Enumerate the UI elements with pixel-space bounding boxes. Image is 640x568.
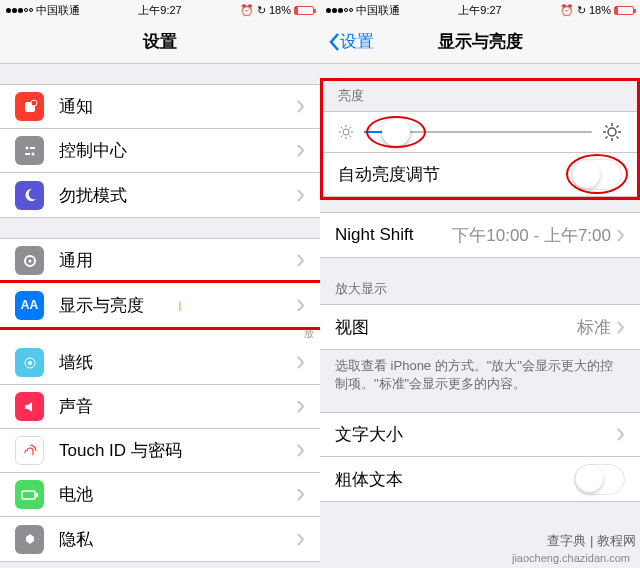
battery-icon	[294, 6, 314, 15]
row-label: 粗体文本	[335, 468, 574, 491]
signal-icon	[326, 8, 353, 13]
display-brightness-screen: 中国联通 上午9:27 ⏰ ↻ 18% 设置 显示与亮度 亮度	[320, 0, 640, 568]
page-title: 显示与亮度	[438, 30, 523, 53]
chevron-right-icon	[297, 189, 305, 202]
row-display-brightness[interactable]: AA 显示与亮度 |	[0, 283, 320, 327]
row-auto-brightness: 自动亮度调节	[323, 152, 637, 196]
svg-rect-3	[30, 147, 35, 149]
navbar: 设置 显示与亮度	[320, 20, 640, 64]
back-button[interactable]: 设置	[328, 30, 374, 53]
chevron-right-icon	[297, 533, 305, 546]
zoom-header: 放大显示	[320, 274, 640, 304]
chevron-right-icon	[297, 144, 305, 157]
privacy-icon	[15, 525, 44, 554]
row-label: 电池	[59, 483, 297, 506]
brightness-slider[interactable]	[364, 131, 592, 133]
chevron-right-icon	[617, 321, 625, 334]
brightness-slider-row	[323, 112, 637, 152]
row-label: 通知	[59, 95, 297, 118]
battery-pct: 18%	[589, 4, 611, 16]
row-label: 视图	[335, 316, 577, 339]
bold-text-switch[interactable]	[574, 464, 625, 495]
settings-screen: 中国联通 上午9:27 ⏰ ↻ 18% 设置 通知 控制中心	[0, 0, 320, 568]
row-label: 声音	[59, 395, 297, 418]
svg-line-20	[350, 127, 352, 129]
row-sounds[interactable]: 声音	[0, 385, 320, 429]
svg-line-29	[617, 126, 619, 128]
chevron-right-icon	[297, 299, 305, 312]
display-icon: AA	[15, 291, 44, 320]
chevron-right-icon	[297, 254, 305, 267]
row-night-shift[interactable]: Night Shift 下午10:00 - 上午7:00	[320, 213, 640, 257]
carrier-label: 中国联通	[356, 3, 400, 18]
row-label: 通用	[59, 249, 297, 272]
notifications-icon	[15, 92, 44, 121]
alarm-icon: ⏰	[560, 4, 574, 17]
svg-point-12	[343, 129, 349, 135]
svg-line-28	[606, 137, 608, 139]
page-title: 设置	[143, 30, 177, 53]
svg-point-21	[608, 128, 616, 136]
row-general[interactable]: 通用	[0, 239, 320, 283]
row-label: 墙纸	[59, 351, 297, 374]
alarm-icon: ⏰	[240, 4, 254, 17]
row-notifications[interactable]: 通知	[0, 85, 320, 129]
row-label: 控制中心	[59, 139, 297, 162]
row-view[interactable]: 视图 标准	[320, 305, 640, 349]
row-control-center[interactable]: 控制中心	[0, 129, 320, 173]
status-bar: 中国联通 上午9:27 ⏰ ↻ 18%	[0, 0, 320, 20]
row-wallpaper[interactable]: 墙纸	[0, 341, 320, 385]
svg-line-26	[606, 126, 608, 128]
gear-icon	[15, 246, 44, 275]
row-value: 下午10:00 - 上午7:00	[452, 224, 611, 247]
row-touchid[interactable]: Touch ID 与密码	[0, 429, 320, 473]
sounds-icon	[15, 392, 44, 421]
navbar: 设置	[0, 20, 320, 64]
battery-pct: 18%	[269, 4, 291, 16]
brightness-header: 亮度	[323, 81, 637, 111]
dnd-icon	[15, 181, 44, 210]
battery-icon	[614, 6, 634, 15]
display-list[interactable]: 亮度 自动亮度调节	[320, 64, 640, 568]
row-dnd[interactable]: 勿扰模式	[0, 173, 320, 217]
svg-point-4	[31, 152, 34, 155]
row-label: Night Shift	[335, 225, 452, 245]
watermark-brand: 查字典 | 教程网	[547, 532, 636, 550]
control-center-icon	[15, 136, 44, 165]
fingerprint-icon	[15, 436, 44, 465]
row-privacy[interactable]: 隐私	[0, 517, 320, 561]
svg-point-1	[31, 100, 37, 106]
slider-thumb[interactable]	[382, 118, 410, 146]
chevron-right-icon	[297, 444, 305, 457]
row-label: Touch ID 与密码	[59, 439, 297, 462]
battery-icon	[15, 480, 44, 509]
row-label: 文字大小	[335, 423, 617, 446]
signal-icon	[6, 8, 33, 13]
row-text-size[interactable]: 文字大小	[320, 413, 640, 457]
time-label: 上午9:27	[138, 3, 181, 18]
chevron-right-icon	[297, 400, 305, 413]
chevron-right-icon	[297, 356, 305, 369]
watermark: jiaocheng.chazidan.com	[512, 552, 630, 564]
svg-point-2	[25, 146, 28, 149]
row-value: 标准	[577, 316, 611, 339]
zoom-footer: 选取查看 iPhone 的方式。"放大"会显示更大的控制项。"标准"会显示更多的…	[320, 350, 640, 400]
chevron-left-icon	[328, 32, 340, 52]
row-bold-text: 粗体文本	[320, 457, 640, 501]
settings-list[interactable]: 通知 控制中心 勿扰模式 通用 AA	[0, 64, 320, 568]
chevron-right-icon	[297, 100, 305, 113]
svg-point-7	[28, 259, 31, 262]
row-battery[interactable]: 电池	[0, 473, 320, 517]
svg-line-17	[341, 127, 343, 129]
chevron-right-icon	[617, 428, 625, 441]
row-label: 显示与亮度	[59, 294, 175, 317]
auto-brightness-switch[interactable]	[571, 159, 622, 190]
svg-line-19	[341, 136, 343, 138]
svg-point-9	[28, 361, 32, 365]
chevron-right-icon	[617, 229, 625, 242]
row-label: 隐私	[59, 528, 297, 551]
row-label: 勿扰模式	[59, 184, 297, 207]
chevron-right-icon	[297, 488, 305, 501]
time-label: 上午9:27	[458, 3, 501, 18]
sun-large-icon	[602, 122, 622, 142]
